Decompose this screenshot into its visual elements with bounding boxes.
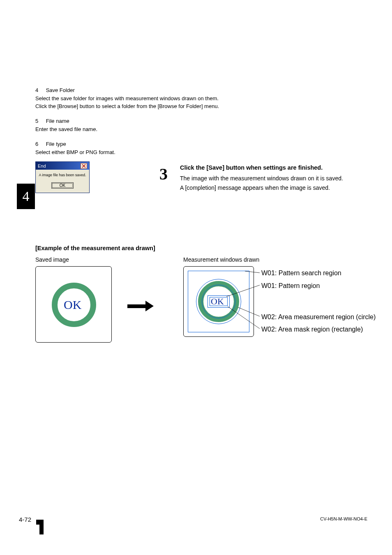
example-right-col: Measurement windows drawn xyxy=(183,256,360,337)
section-heading: 4 Save Folder xyxy=(35,87,360,93)
arrow-icon xyxy=(127,300,160,312)
arrow-shaft xyxy=(127,304,145,308)
dialog-titlebar[interactable]: End xyxy=(36,162,89,170)
section-number: 5 xyxy=(35,118,44,124)
footer-mark-icon xyxy=(39,520,44,534)
section-body: Select either BMP or PNG format. xyxy=(35,149,360,157)
annotation-area-mask: W02: Area mask region (rectangle) xyxy=(261,326,363,333)
step-number: 3 xyxy=(159,164,168,184)
section-number: 6 xyxy=(35,141,44,147)
section-body: Select the save folder for images with m… xyxy=(35,95,360,111)
step-3: 3 Click the [Save] button when settings … xyxy=(159,164,359,193)
section-line: Select either BMP or PNG format. xyxy=(35,149,360,157)
section-title: Save Folder xyxy=(46,87,75,93)
example-section: [Example of the measurement area drawn] … xyxy=(35,245,360,343)
section-line: Select the save folder for images with m… xyxy=(35,95,360,103)
ok-text: OK xyxy=(64,298,81,312)
saved-image-figure: OK xyxy=(35,266,112,343)
annotation-pattern-search: W01: Pattern search region xyxy=(261,269,341,277)
dialog-message: A image file has been saved. xyxy=(37,173,88,177)
step-heading: Click the [Save] button when settings ar… xyxy=(180,164,359,171)
body-content: 4 Save Folder Select the save folder for… xyxy=(35,87,360,162)
chapter-number: 4 xyxy=(23,189,30,204)
section-number: 4 xyxy=(35,87,44,93)
measurement-windows-label: Measurement windows drawn xyxy=(183,256,360,263)
doc-code: CV-H5N-M-WW-NO4-E xyxy=(320,516,367,521)
section-file-type: 6 File type Select either BMP or PNG for… xyxy=(35,141,360,157)
section-save-folder: 4 Save Folder Select the save folder for… xyxy=(35,87,360,111)
section-heading: 6 File type xyxy=(35,141,360,147)
annotation-pattern-region: W01: Pattern region xyxy=(261,282,320,290)
measurement-figure: OK W01: Pattern search region W01: Patte… xyxy=(183,266,360,337)
section-line: Click the [Browse] button to select a fo… xyxy=(35,103,360,111)
ok-button[interactable]: OK xyxy=(51,182,74,189)
page: 4 Save Folder Select the save folder for… xyxy=(0,0,392,555)
section-title: File name xyxy=(46,118,69,124)
chapter-tab: 4 xyxy=(17,184,35,209)
section-line: Enter the saved file name. xyxy=(35,126,360,134)
annotation-area-measurement: W02: Area measurement region (circle) xyxy=(261,313,376,321)
section-file-name: 5 File name Enter the saved file name. xyxy=(35,118,360,134)
section-body: Enter the saved file name. xyxy=(35,126,360,134)
step-line: The image with the measurement windows d… xyxy=(180,174,359,183)
completion-dialog: End A image file has been saved. OK xyxy=(35,161,90,193)
measurement-image-box: OK xyxy=(183,266,254,337)
saved-image-label: Saved image xyxy=(35,256,183,263)
step-line: A [completion] message appears when the … xyxy=(180,184,359,192)
example-left-col: Saved image OK xyxy=(35,256,183,343)
example-title: [Example of the measurement area drawn] xyxy=(35,245,360,251)
page-number: 4-72 xyxy=(19,516,31,523)
section-heading: 5 File name xyxy=(35,118,360,124)
ok-text: OK xyxy=(211,296,224,307)
dialog-title-text: End xyxy=(38,164,46,168)
close-icon[interactable] xyxy=(81,163,87,169)
step-text: Click the [Save] button when settings ar… xyxy=(180,164,359,192)
section-title: File type xyxy=(46,141,66,147)
arrow-head xyxy=(145,301,154,311)
example-row: Saved image OK Measurement windows drawn xyxy=(35,256,360,343)
dialog-body: A image file has been saved. OK xyxy=(36,170,89,193)
